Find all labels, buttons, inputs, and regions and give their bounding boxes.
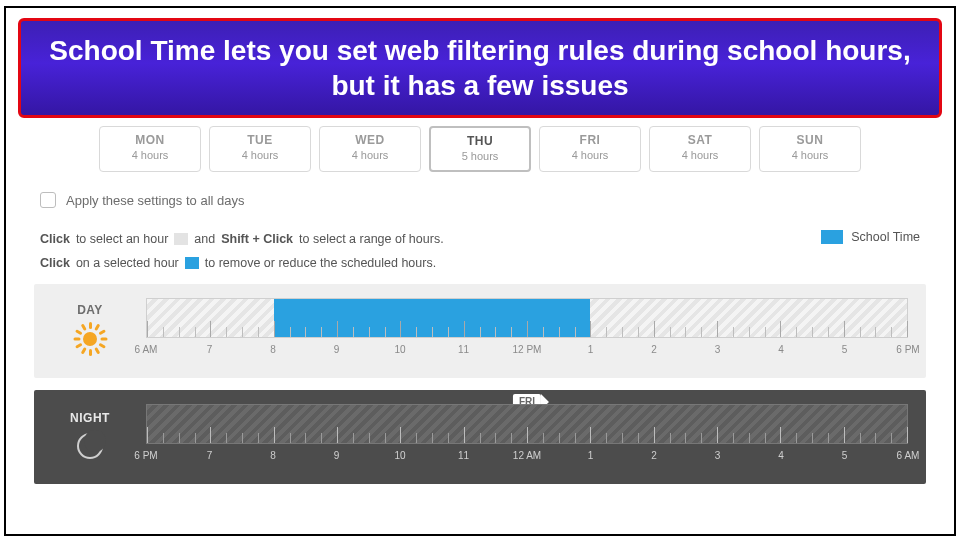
day-tab-hours: 4 hours — [760, 149, 860, 161]
ruler-tick — [416, 327, 417, 337]
ruler-label: 10 — [394, 344, 405, 355]
swatch-selected-icon — [185, 257, 199, 269]
ruler-label: 4 — [778, 344, 784, 355]
timeline-day-caption: DAY — [52, 303, 128, 317]
ruler-tick — [733, 433, 734, 443]
hint-line-2: Click on a selected hour to remove or re… — [40, 256, 920, 270]
ruler-label: 1 — [588, 344, 594, 355]
ruler-tick — [416, 433, 417, 443]
day-tab-name: FRI — [540, 133, 640, 147]
ruler-tick — [622, 433, 623, 443]
ruler-label: 11 — [458, 344, 469, 355]
day-tab-sun[interactable]: SUN4 hours — [759, 126, 861, 172]
sun-icon — [74, 323, 106, 355]
hint-click: Click — [40, 256, 70, 270]
ruler-tick — [290, 327, 291, 337]
ruler-label: 8 — [270, 344, 276, 355]
ruler-tick — [527, 321, 528, 337]
ruler-tick — [495, 433, 496, 443]
ruler-label: 5 — [842, 450, 848, 461]
day-tab-thu[interactable]: THU5 hours — [429, 126, 531, 172]
ruler-tick — [860, 433, 861, 443]
ruler-tick — [796, 327, 797, 337]
ruler-tick — [179, 433, 180, 443]
ruler-tick — [163, 433, 164, 443]
day-ruler-wrap: 6 AM789101112 PM123456 PM — [146, 298, 908, 360]
hint-text: on a selected hour — [76, 256, 179, 270]
day-tab-sat[interactable]: SAT4 hours — [649, 126, 751, 172]
ruler-tick — [464, 427, 465, 443]
day-tab-name: SAT — [650, 133, 750, 147]
swatch-unselected-icon — [174, 233, 188, 245]
ruler-label: 5 — [842, 344, 848, 355]
timeline-day: DAY — [34, 284, 926, 378]
legend-label: School Time — [851, 230, 920, 244]
ruler-tick — [400, 321, 401, 337]
ruler-tick — [812, 327, 813, 337]
ruler-label: 6 AM — [897, 450, 920, 461]
ruler-tick — [480, 327, 481, 337]
ruler-tick — [670, 327, 671, 337]
ruler-label: 3 — [715, 344, 721, 355]
instructions: Click to select an hour and Shift + Clic… — [40, 232, 920, 270]
ruler-tick — [796, 433, 797, 443]
ruler-tick — [749, 433, 750, 443]
ruler-tick — [559, 327, 560, 337]
ruler-tick — [670, 433, 671, 443]
ruler-label: 9 — [334, 450, 340, 461]
ruler-tick — [543, 433, 544, 443]
ruler-tick — [875, 327, 876, 337]
night-ruler[interactable] — [146, 404, 908, 444]
ruler-tick — [495, 327, 496, 337]
ruler-tick — [321, 327, 322, 337]
hint-text: to remove or reduce the scheduled hours. — [205, 256, 436, 270]
screenshot-frame: School Time lets you set web filtering r… — [4, 6, 956, 536]
ruler-tick — [290, 433, 291, 443]
day-tab-hours: 4 hours — [100, 149, 200, 161]
ruler-tick — [527, 427, 528, 443]
ruler-tick — [353, 327, 354, 337]
day-tab-fri[interactable]: FRI4 hours — [539, 126, 641, 172]
day-ruler[interactable] — [146, 298, 908, 338]
timeline-night-label: NIGHT — [52, 411, 128, 459]
ruler-label: 4 — [778, 450, 784, 461]
ruler-tick — [875, 433, 876, 443]
day-tab-hours: 4 hours — [210, 149, 310, 161]
ruler-tick — [685, 327, 686, 337]
ruler-label: 6 PM — [896, 344, 919, 355]
ruler-tick — [258, 433, 259, 443]
day-tab-wed[interactable]: WED4 hours — [319, 126, 421, 172]
hint-text: to select an hour — [76, 232, 168, 246]
hint-text: and — [194, 232, 215, 246]
ruler-tick — [828, 327, 829, 337]
content-area: MON4 hoursTUE4 hoursWED4 hoursTHU5 hours… — [34, 126, 926, 524]
ruler-tick — [258, 327, 259, 337]
ruler-label: 11 — [458, 450, 469, 461]
ruler-tick — [353, 433, 354, 443]
day-tab-name: WED — [320, 133, 420, 147]
ruler-tick — [733, 327, 734, 337]
ruler-tick — [511, 327, 512, 337]
night-labels: 6 PM789101112 AM123456 AM — [146, 450, 908, 466]
day-tabs: MON4 hoursTUE4 hoursWED4 hoursTHU5 hours… — [34, 126, 926, 172]
apply-all-checkbox[interactable] — [40, 192, 56, 208]
ruler-tick — [590, 321, 591, 337]
day-tab-tue[interactable]: TUE4 hours — [209, 126, 311, 172]
ruler-tick — [274, 321, 275, 337]
hint-line-1: Click to select an hour and Shift + Clic… — [40, 232, 920, 246]
ruler-label: 9 — [334, 344, 340, 355]
hint-shift-click: Shift + Click — [221, 232, 293, 246]
apply-all-row[interactable]: Apply these settings to all days — [40, 192, 926, 208]
ruler-tick — [480, 433, 481, 443]
ruler-label: 12 AM — [513, 450, 541, 461]
hint-text: to select a range of hours. — [299, 232, 444, 246]
ruler-tick — [226, 327, 227, 337]
ruler-tick — [543, 327, 544, 337]
ruler-tick — [685, 433, 686, 443]
ruler-tick — [844, 321, 845, 337]
day-tab-mon[interactable]: MON4 hours — [99, 126, 201, 172]
legend-swatch-icon — [821, 230, 843, 244]
ruler-tick — [305, 433, 306, 443]
ruler-tick — [575, 433, 576, 443]
day-tab-name: SUN — [760, 133, 860, 147]
